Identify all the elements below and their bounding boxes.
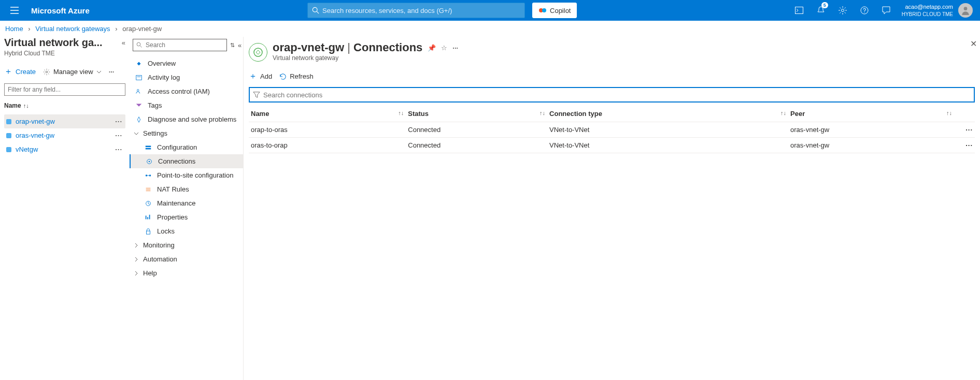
breadcrumb-current: orap-vnet-gw xyxy=(122,25,162,33)
search-connections[interactable] xyxy=(249,87,975,103)
nav-item[interactable]: Maintenance xyxy=(130,196,243,210)
svg-rect-15 xyxy=(136,75,142,80)
nav-item[interactable]: NAT Rules xyxy=(130,182,243,196)
nav-item[interactable]: Access control (IAM) xyxy=(130,84,243,98)
more-icon[interactable]: ··· xyxy=(113,145,124,153)
svg-point-9 xyxy=(46,71,48,73)
filter-icon xyxy=(253,91,260,98)
svg-rect-18 xyxy=(146,145,151,147)
help-icon[interactable]: ? xyxy=(854,0,875,21)
favorite-icon[interactable]: ☆ xyxy=(441,44,447,52)
more-icon[interactable]: ··· xyxy=(113,118,124,125)
gateway-icon xyxy=(5,118,12,125)
svg-point-3 xyxy=(542,8,546,12)
resource-menu: ⇅ « OverviewActivity logAccess control (… xyxy=(130,37,244,380)
page-title: orap-vnet-gw | Connections xyxy=(273,41,422,54)
refresh-icon xyxy=(279,73,287,80)
create-button[interactable]: ＋Create xyxy=(4,66,36,77)
expand-icon[interactable]: ⇅ xyxy=(230,42,235,49)
connections-table: Name↑↓ Status↑↓ Connection type↑↓ Peer↑↓… xyxy=(249,106,975,153)
row-more-icon[interactable]: ··· xyxy=(954,138,975,153)
svg-point-23 xyxy=(149,174,151,177)
svg-point-17 xyxy=(137,89,139,91)
resource-menu-search[interactable] xyxy=(133,39,227,51)
svg-rect-10 xyxy=(6,119,11,124)
more-icon[interactable]: ··· xyxy=(113,131,124,139)
account-info[interactable]: acao@netapp.com HYBRID CLOUD TME xyxy=(898,3,957,17)
filter-input[interactable] xyxy=(4,83,125,96)
svg-point-22 xyxy=(146,174,148,177)
list-item[interactable]: vNetgw··· xyxy=(4,142,125,156)
left-panel: Virtual network ga... « Hybrid Cloud TME… xyxy=(0,37,130,380)
hamburger-icon[interactable] xyxy=(4,7,25,14)
chevron-down-icon xyxy=(134,131,139,136)
nav-item[interactable]: Connections xyxy=(130,154,243,168)
column-header-name[interactable]: Name ↑↓ xyxy=(4,102,125,109)
gear-icon xyxy=(43,68,50,76)
nav-item[interactable]: Tags xyxy=(130,98,243,112)
collapse-left-icon[interactable]: « xyxy=(122,39,125,47)
pin-icon[interactable]: 📌 xyxy=(428,44,436,52)
nav-group[interactable]: Help xyxy=(130,266,243,280)
collapse-nav-icon[interactable]: « xyxy=(238,41,242,49)
svg-point-0 xyxy=(313,7,317,12)
top-bar: Microsoft Azure Copilot 5 ? acao@netapp.… xyxy=(0,0,980,21)
cloud-shell-icon[interactable] xyxy=(789,0,809,21)
row-more-icon[interactable]: ··· xyxy=(954,122,975,138)
svg-rect-11 xyxy=(6,133,11,138)
global-search[interactable] xyxy=(307,3,525,18)
left-panel-subtitle: Hybrid Cloud TME xyxy=(4,50,125,57)
svg-point-8 xyxy=(964,7,968,10)
more-icon[interactable]: ··· xyxy=(452,44,458,52)
svg-point-21 xyxy=(149,160,150,162)
page-subtitle: Virtual network gateway xyxy=(273,54,458,62)
svg-rect-12 xyxy=(6,147,11,152)
nav-item[interactable]: Point-to-site configuration xyxy=(130,168,243,182)
more-button[interactable]: ··· xyxy=(109,68,115,76)
list-item[interactable]: oras-vnet-gw··· xyxy=(4,128,125,142)
global-search-input[interactable] xyxy=(322,7,520,14)
copilot-button[interactable]: Copilot xyxy=(532,3,577,18)
col-name[interactable]: Name↑↓ xyxy=(249,106,406,122)
feedback-icon[interactable] xyxy=(876,0,897,21)
table-row[interactable]: orap-to-orasConnectedVNet-to-VNetoras-vn… xyxy=(249,122,975,138)
nav-item[interactable]: Overview xyxy=(130,56,243,70)
gateway-icon xyxy=(5,132,12,139)
search-connections-input[interactable] xyxy=(263,91,971,99)
svg-point-5 xyxy=(841,9,844,12)
svg-text:?: ? xyxy=(863,7,866,13)
nav-item[interactable]: Activity log xyxy=(130,70,243,84)
col-peer[interactable]: Peer↑↓ xyxy=(788,106,954,122)
nav-group[interactable]: Monitoring xyxy=(130,238,243,252)
nav-item[interactable]: Properties xyxy=(130,210,243,224)
copilot-icon xyxy=(538,6,547,14)
chevron-down-icon xyxy=(96,70,102,74)
search-icon xyxy=(136,42,143,48)
svg-line-14 xyxy=(140,46,142,48)
table-row[interactable]: oras-to-orapConnectedVNet-to-VNetoras-vn… xyxy=(249,138,975,153)
svg-point-13 xyxy=(137,42,140,46)
avatar[interactable] xyxy=(958,3,973,18)
refresh-button[interactable]: Refresh xyxy=(279,72,314,80)
notifications-icon[interactable]: 5 xyxy=(811,0,831,21)
settings-icon[interactable] xyxy=(832,0,853,21)
close-icon[interactable]: ✕ xyxy=(970,39,977,49)
brand[interactable]: Microsoft Azure xyxy=(25,6,96,15)
col-status[interactable]: Status↑↓ xyxy=(406,106,547,122)
nav-group-settings[interactable]: Settings xyxy=(130,126,243,140)
nav-item[interactable]: Locks xyxy=(130,224,243,238)
notification-badge: 5 xyxy=(821,2,828,8)
manage-view-button[interactable]: Manage view xyxy=(43,68,102,76)
col-type[interactable]: Connection type↑↓ xyxy=(547,106,788,122)
left-panel-title: Virtual network ga... xyxy=(4,37,122,49)
nav-item[interactable]: Diagnose and solve problems xyxy=(130,112,243,126)
list-item[interactable]: orap-vnet-gw··· xyxy=(4,114,125,128)
nav-group[interactable]: Automation xyxy=(130,252,243,266)
breadcrumb-home[interactable]: Home xyxy=(5,25,23,33)
gateway-icon xyxy=(5,146,12,153)
add-button[interactable]: ＋Add xyxy=(249,71,272,82)
breadcrumb-l1[interactable]: Virtual network gateways xyxy=(35,25,110,33)
nav-item[interactable]: Configuration xyxy=(130,140,243,154)
main-content: ✕ orap-vnet-gw | Connections 📌 ☆ ··· Vir… xyxy=(244,37,980,380)
svg-rect-19 xyxy=(146,148,151,149)
